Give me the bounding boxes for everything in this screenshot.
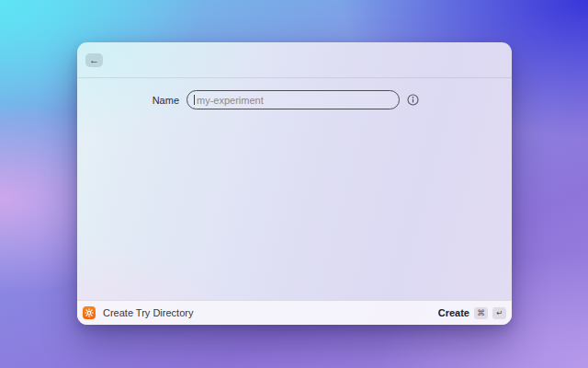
text-caret xyxy=(194,95,195,105)
dialog-footer: Create Try Directory Create ⌘ ↵ xyxy=(77,300,512,325)
create-button-label: Create xyxy=(438,307,469,318)
create-button[interactable]: Create ⌘ ↵ xyxy=(438,307,506,319)
footer-context-label: Create Try Directory xyxy=(103,307,193,318)
back-button[interactable]: ← xyxy=(85,53,103,67)
name-field-row: Name xyxy=(77,90,512,109)
gear-icon xyxy=(83,306,96,319)
command-key-icon: ⌘ xyxy=(474,307,488,319)
return-key-icon: ↵ xyxy=(492,307,506,319)
info-icon[interactable] xyxy=(407,94,419,106)
create-experiment-dialog: ← Name xyxy=(77,42,512,325)
dialog-header: ← xyxy=(77,42,512,78)
name-field-label: Name xyxy=(77,95,179,106)
name-input-wrap xyxy=(187,90,400,109)
back-arrow-icon: ← xyxy=(89,54,99,66)
name-input[interactable] xyxy=(187,90,400,109)
